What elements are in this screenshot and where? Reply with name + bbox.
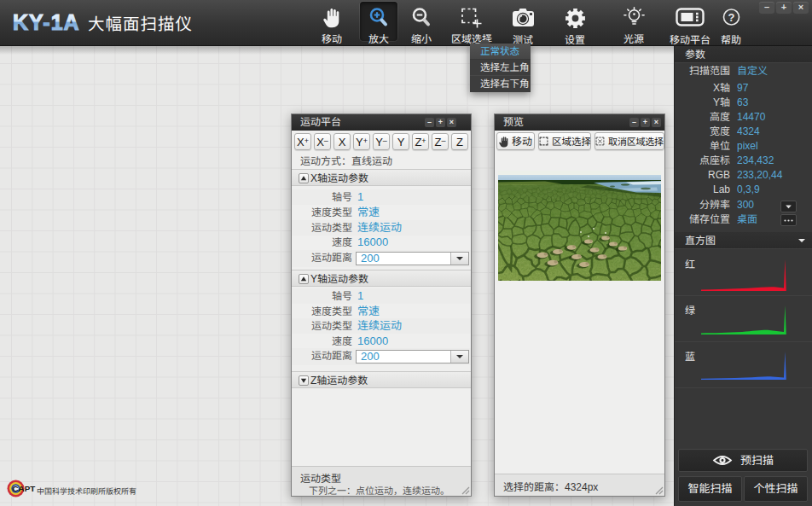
svg-text:CAPT: CAPT (13, 484, 36, 493)
svg-text:?: ? (728, 11, 734, 24)
svg-text:KY-1A: KY-1A (13, 11, 80, 34)
svg-text:大幅面扫描仪: 大幅面扫描仪 (88, 15, 193, 33)
